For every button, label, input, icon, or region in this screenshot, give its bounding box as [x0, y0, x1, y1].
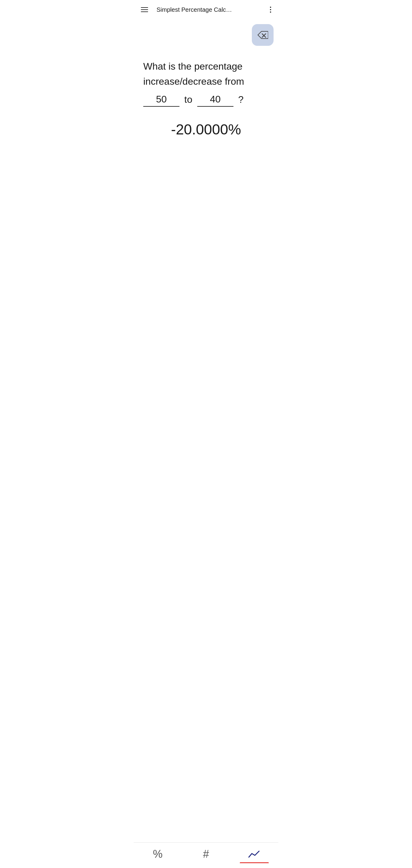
backspace-button[interactable]	[252, 24, 273, 46]
question-mark: ?	[238, 94, 244, 105]
chart-icon	[248, 849, 260, 859]
nav-item-percentage[interactable]: %	[134, 845, 182, 863]
app-header: Simplest Percentage Calc…	[134, 0, 278, 19]
result-display: -20.0000%	[143, 121, 269, 138]
question-line2: increase/decrease from	[143, 75, 269, 88]
percentage-icon: %	[153, 849, 163, 860]
to-input[interactable]	[197, 93, 233, 107]
question-line1: What is the percentage	[143, 60, 269, 73]
hamburger-icon[interactable]	[140, 6, 149, 13]
app-title: Simplest Percentage Calc…	[156, 6, 232, 13]
header-left: Simplest Percentage Calc…	[140, 6, 232, 13]
input-row: to ?	[143, 93, 269, 107]
hash-icon: #	[203, 849, 209, 860]
more-icon[interactable]	[269, 5, 272, 14]
backspace-area	[134, 22, 278, 48]
nav-item-chart[interactable]	[230, 845, 278, 863]
to-label: to	[184, 94, 193, 105]
main-content: What is the percentage increase/decrease…	[134, 48, 278, 842]
bottom-nav: % #	[134, 842, 278, 868]
nav-item-number[interactable]: #	[182, 845, 230, 863]
backspace-svg-icon	[257, 31, 268, 39]
from-input[interactable]	[143, 93, 179, 107]
